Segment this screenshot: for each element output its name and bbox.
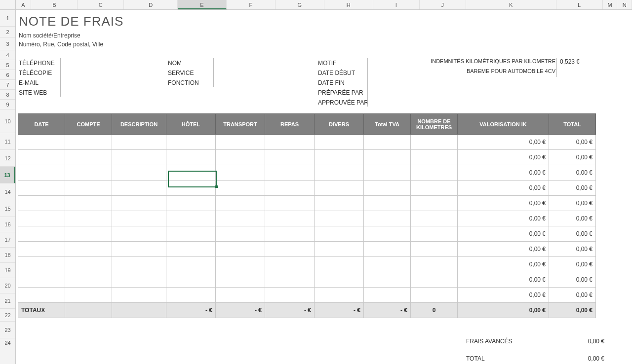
- cell[interactable]: [315, 150, 364, 165]
- cell[interactable]: [411, 288, 458, 303]
- cell[interactable]: [216, 165, 265, 181]
- cell[interactable]: [166, 211, 216, 226]
- cell[interactable]: [65, 211, 112, 226]
- cell[interactable]: [265, 272, 315, 288]
- cell[interactable]: [18, 196, 65, 211]
- cell[interactable]: [216, 211, 265, 226]
- cell[interactable]: [112, 257, 166, 272]
- cell[interactable]: [65, 181, 112, 196]
- cell[interactable]: [166, 272, 216, 288]
- cell[interactable]: [265, 288, 315, 303]
- table-row[interactable]: 0,00 €0,00 €: [18, 135, 596, 150]
- cell[interactable]: [112, 181, 166, 196]
- col-header-I[interactable]: I: [373, 0, 420, 9]
- cell[interactable]: [18, 242, 65, 257]
- cell[interactable]: 0,00 €: [549, 242, 596, 257]
- cell[interactable]: [65, 242, 112, 257]
- cell[interactable]: [216, 196, 265, 211]
- row-header-10[interactable]: 10: [0, 109, 15, 133]
- row-header-24[interactable]: 24: [0, 338, 15, 347]
- cell[interactable]: [216, 135, 265, 150]
- row-header-17[interactable]: 17: [0, 232, 15, 248]
- cell[interactable]: 0,00 €: [549, 196, 596, 211]
- table-row[interactable]: 0,00 €0,00 €: [18, 150, 596, 165]
- cell[interactable]: [112, 196, 166, 211]
- row-header-5[interactable]: 5: [0, 60, 15, 70]
- cell[interactable]: [364, 150, 411, 165]
- cell[interactable]: [18, 181, 65, 196]
- cell[interactable]: [112, 150, 166, 165]
- row-header-23[interactable]: 23: [0, 322, 15, 338]
- cell[interactable]: [364, 242, 411, 257]
- cell[interactable]: 0,00 €: [458, 150, 549, 165]
- cell[interactable]: 0,00 €: [549, 181, 596, 196]
- table-row[interactable]: 0,00 €0,00 €: [18, 165, 596, 181]
- cell[interactable]: [216, 272, 265, 288]
- cell[interactable]: [265, 181, 315, 196]
- col-header-G[interactable]: G: [276, 0, 324, 9]
- cell[interactable]: [112, 288, 166, 303]
- col-header-A[interactable]: A: [16, 0, 32, 9]
- cell[interactable]: 0,00 €: [458, 226, 549, 242]
- cell[interactable]: [18, 165, 65, 181]
- cell[interactable]: [112, 165, 166, 181]
- cell[interactable]: [265, 242, 315, 257]
- cell[interactable]: [411, 226, 458, 242]
- cell[interactable]: [315, 181, 364, 196]
- row-header-11[interactable]: 11: [0, 133, 15, 150]
- sheet-content[interactable]: NOTE DE FRAIS Nom société/Entreprise Num…: [16, 10, 632, 364]
- cell[interactable]: 0,00 €: [458, 196, 549, 211]
- cell[interactable]: [112, 226, 166, 242]
- row-header-7[interactable]: 7: [0, 80, 15, 90]
- cell[interactable]: [411, 242, 458, 257]
- cell[interactable]: [315, 242, 364, 257]
- cell[interactable]: [315, 211, 364, 226]
- row-header-21[interactable]: 21: [0, 293, 15, 309]
- cell[interactable]: [166, 165, 216, 181]
- cell[interactable]: [166, 135, 216, 150]
- row-header-18[interactable]: 18: [0, 248, 15, 263]
- cell[interactable]: [364, 135, 411, 150]
- col-header-J[interactable]: J: [420, 0, 466, 9]
- cell[interactable]: [315, 196, 364, 211]
- cell[interactable]: [265, 196, 315, 211]
- col-header-E[interactable]: E: [178, 0, 227, 9]
- cell[interactable]: [364, 226, 411, 242]
- cell[interactable]: 0,00 €: [549, 226, 596, 242]
- cell[interactable]: [265, 165, 315, 181]
- cell[interactable]: [112, 272, 166, 288]
- cell[interactable]: 0,00 €: [549, 211, 596, 226]
- cell[interactable]: [216, 181, 265, 196]
- cell[interactable]: [216, 150, 265, 165]
- row-header-4[interactable]: 4: [0, 50, 15, 60]
- row-header-9[interactable]: 9: [0, 100, 15, 109]
- cell[interactable]: [265, 211, 315, 226]
- cell[interactable]: 0,00 €: [458, 135, 549, 150]
- cell[interactable]: [411, 150, 458, 165]
- cell[interactable]: [65, 288, 112, 303]
- cell[interactable]: [112, 211, 166, 226]
- cell[interactable]: [65, 165, 112, 181]
- table-row[interactable]: 0,00 €0,00 €: [18, 257, 596, 272]
- table-row[interactable]: 0,00 €0,00 €: [18, 226, 596, 242]
- cell[interactable]: 0,00 €: [458, 272, 549, 288]
- cell[interactable]: [112, 135, 166, 150]
- cell[interactable]: 0,00 €: [549, 257, 596, 272]
- cell[interactable]: [411, 165, 458, 181]
- cell[interactable]: [166, 242, 216, 257]
- cell[interactable]: 0,00 €: [458, 211, 549, 226]
- table-row[interactable]: 0,00 €0,00 €: [18, 181, 596, 196]
- cell[interactable]: [411, 181, 458, 196]
- row-header-14[interactable]: 14: [0, 183, 15, 200]
- col-header-D[interactable]: D: [124, 0, 178, 9]
- cell[interactable]: [166, 288, 216, 303]
- cell[interactable]: 0,00 €: [549, 288, 596, 303]
- cell[interactable]: [315, 272, 364, 288]
- cell[interactable]: [216, 242, 265, 257]
- cell[interactable]: [364, 196, 411, 211]
- cell[interactable]: [166, 181, 216, 196]
- row-header-6[interactable]: 6: [0, 70, 15, 80]
- cell[interactable]: [18, 211, 65, 226]
- cell[interactable]: [166, 150, 216, 165]
- cell[interactable]: [216, 257, 265, 272]
